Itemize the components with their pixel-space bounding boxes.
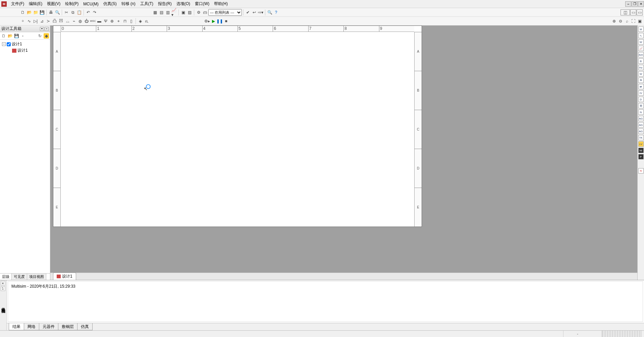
- highlight-design-icon[interactable]: ◆: [44, 33, 49, 39]
- view-switcher-3-icon[interactable]: ▭: [637, 9, 643, 15]
- place-bus-icon[interactable]: ቢ: [144, 18, 150, 24]
- menu-edit[interactable]: 编辑(E): [26, 0, 45, 8]
- current-probe-icon[interactable]: ⟲: [638, 168, 644, 174]
- spectrum-icon[interactable]: ⛓: [638, 103, 644, 108]
- toggle-spreadsheet-icon[interactable]: ▤: [158, 9, 164, 15]
- schematic-page[interactable]: 0123456789 ABCDE ABCDE: [53, 26, 422, 227]
- logic-analyzer-icon[interactable]: ⧉: [638, 78, 644, 83]
- logic-converter-icon[interactable]: ⇄: [638, 84, 644, 89]
- multimeter-icon[interactable]: M: [638, 27, 644, 32]
- view-switcher-1-icon[interactable]: ◫: [621, 9, 630, 15]
- function-gen-icon[interactable]: ∿: [638, 33, 644, 38]
- postprocessor-icon[interactable]: ▣: [180, 9, 186, 15]
- stop-sim-icon[interactable]: ■: [223, 18, 229, 24]
- tab-nets[interactable]: 网络: [24, 323, 39, 330]
- place-cmos-icon[interactable]: 凹: [58, 18, 64, 24]
- back-annotate-icon[interactable]: ↩: [251, 9, 257, 15]
- new-file-icon[interactable]: 🗋: [20, 9, 26, 15]
- measurement-probe-icon[interactable]: P: [638, 154, 644, 159]
- menu-reports[interactable]: 报告(R): [156, 0, 174, 8]
- tab-results[interactable]: 结果: [9, 323, 24, 330]
- document-tab-design1[interactable]: 设计1: [53, 273, 76, 280]
- hierarchy-block-icon[interactable]: ◈: [137, 18, 143, 24]
- mdi-close-button[interactable]: ✕: [638, 1, 644, 7]
- oscilloscope-icon[interactable]: 📈: [638, 46, 644, 51]
- zoom-area-icon[interactable]: ⌕: [624, 18, 630, 24]
- database-manager-icon[interactable]: ▥: [165, 9, 171, 15]
- pause-sim-icon[interactable]: ❚❚: [217, 18, 223, 24]
- ni-elvis-icon[interactable]: NI: [638, 148, 644, 153]
- database-icon[interactable]: 🗃: [202, 9, 208, 15]
- run-sim-icon[interactable]: ▶: [210, 18, 216, 24]
- menu-mcu[interactable]: MCU(M): [81, 1, 101, 7]
- toolbox-pin-icon[interactable]: ▾: [40, 27, 44, 31]
- zoom-fit-icon[interactable]: ⛶: [630, 18, 636, 24]
- place-mixed-icon[interactable]: ⌁: [71, 18, 77, 24]
- design-settings-icon[interactable]: ▫: [20, 33, 25, 39]
- tab-project-view[interactable]: 项目视图: [27, 274, 46, 280]
- interactive-sim-settings-icon[interactable]: ⚙▸: [204, 18, 210, 24]
- tab-hierarchy[interactable]: 层级: [0, 274, 12, 280]
- labview-instrument-icon[interactable]: LV: [638, 141, 644, 147]
- fullscreen-icon[interactable]: ▣: [637, 18, 643, 24]
- place-diode-icon[interactable]: ▷|: [33, 18, 39, 24]
- menu-tools[interactable]: 工具(T): [138, 0, 156, 8]
- place-ttl-icon[interactable]: 凸: [52, 18, 58, 24]
- grapher-icon[interactable]: 📈▾: [171, 9, 177, 15]
- open-design-icon[interactable]: 📂: [7, 33, 13, 39]
- spreadsheet-close-icon[interactable]: ×: [1, 281, 5, 286]
- agilent-mm-icon[interactable]: AG: [638, 122, 644, 128]
- schematic-grid[interactable]: [61, 32, 414, 227]
- expand-icon[interactable]: −: [2, 42, 6, 46]
- place-electromech-icon[interactable]: ⊕: [109, 18, 115, 24]
- four-ch-scope-icon[interactable]: 4ch: [638, 52, 644, 57]
- place-transistor-icon[interactable]: ⊿: [39, 18, 45, 24]
- menu-options[interactable]: 选项(O): [174, 0, 193, 8]
- menu-simulate[interactable]: 仿真(S): [101, 0, 119, 8]
- zoom-out-icon[interactable]: ⊖: [618, 18, 624, 24]
- bode-plotter-icon[interactable]: B: [638, 58, 644, 64]
- electrical-rules-icon[interactable]: ▨: [186, 9, 193, 15]
- tab-visibility[interactable]: 可见度: [12, 274, 27, 280]
- print-preview-icon[interactable]: 🔍: [54, 9, 60, 15]
- save-icon[interactable]: 💾: [39, 9, 45, 15]
- network-analyzer-icon[interactable]: N: [638, 109, 644, 115]
- new-design-icon[interactable]: 🗋: [1, 33, 6, 39]
- wattmeter-icon[interactable]: W: [638, 39, 644, 45]
- place-mcu-icon[interactable]: ▯: [128, 18, 134, 24]
- place-misc-digital-icon[interactable]: ⌓: [64, 18, 70, 24]
- menu-help[interactable]: 帮助(H): [212, 0, 230, 8]
- menu-window[interactable]: 窗口(W): [193, 0, 212, 8]
- print-icon[interactable]: 🖶: [48, 9, 54, 15]
- mdi-minimize-button[interactable]: ‒: [625, 1, 631, 7]
- cut-icon[interactable]: ✂: [63, 9, 69, 15]
- view-switcher-2-icon[interactable]: ▭: [630, 9, 636, 15]
- toggle-design-toolbox-icon[interactable]: ▦: [152, 9, 158, 15]
- place-misc-icon[interactable]: MISC: [90, 18, 96, 24]
- open-sample-icon[interactable]: 📁: [33, 9, 39, 15]
- place-advanced-icon[interactable]: ▬: [96, 18, 102, 24]
- check-erc-icon[interactable]: ✔: [245, 9, 251, 15]
- tab-copper[interactable]: 敷铜层: [58, 323, 77, 330]
- help-icon[interactable]: ?: [273, 9, 279, 15]
- place-analog-icon[interactable]: ≻: [45, 18, 51, 24]
- menu-file[interactable]: 文件(F): [9, 0, 26, 8]
- find-icon[interactable]: 🔍: [267, 9, 273, 15]
- undo-icon[interactable]: ↶: [85, 9, 91, 15]
- tab-simulation[interactable]: 仿真: [77, 323, 93, 330]
- tab-components[interactable]: 元器件: [39, 323, 58, 330]
- agilent-fg-icon[interactable]: AG: [638, 116, 644, 121]
- canvas-scroll-area[interactable]: 0123456789 ABCDE ABCDE: [50, 26, 644, 273]
- place-ni-icon[interactable]: ⌖: [115, 18, 121, 24]
- tree-root-checkbox[interactable]: [7, 42, 11, 46]
- toolbox-close-icon[interactable]: ×: [45, 27, 49, 31]
- menu-view[interactable]: 视图(V): [45, 0, 63, 8]
- menu-place[interactable]: 绘制(P): [63, 0, 81, 8]
- zoom-in-icon[interactable]: ⊕: [611, 18, 617, 24]
- forward-annotate-icon[interactable]: ⇨▾: [258, 9, 264, 15]
- redo-icon[interactable]: ↷: [92, 9, 98, 15]
- place-source-icon[interactable]: ÷: [20, 18, 26, 24]
- distortion-icon[interactable]: D: [638, 97, 644, 102]
- copy-icon[interactable]: ⧉: [70, 9, 76, 15]
- place-rf-icon[interactable]: Ψ: [103, 18, 109, 24]
